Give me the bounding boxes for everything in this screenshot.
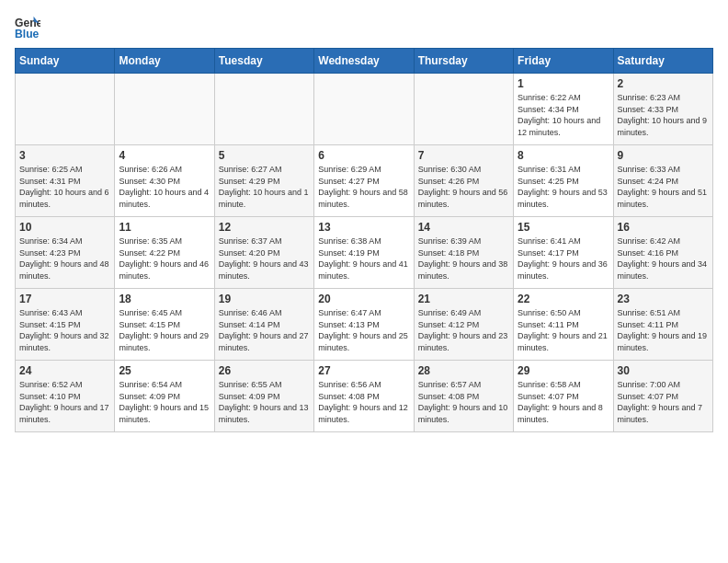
calendar-cell: 7Sunrise: 6:30 AM Sunset: 4:26 PM Daylig…: [414, 145, 513, 217]
week-row-1: 1Sunrise: 6:22 AM Sunset: 4:34 PM Daylig…: [16, 74, 713, 145]
calendar-cell: [16, 74, 115, 145]
day-number: 25: [119, 364, 210, 377]
calendar-cell: 30Sunrise: 7:00 AM Sunset: 4:07 PM Dayli…: [613, 361, 712, 432]
day-number: 7: [418, 149, 509, 162]
calendar-cell: [115, 74, 214, 145]
week-row-4: 17Sunrise: 6:43 AM Sunset: 4:15 PM Dayli…: [16, 289, 713, 361]
weekday-header-thursday: Thursday: [414, 49, 513, 74]
day-number: 18: [119, 293, 210, 305]
day-info: Sunrise: 6:33 AM Sunset: 4:24 PM Dayligh…: [618, 164, 709, 210]
day-number: 29: [518, 364, 609, 377]
day-number: 9: [618, 149, 709, 162]
calendar-cell: 22Sunrise: 6:50 AM Sunset: 4:11 PM Dayli…: [514, 289, 613, 361]
day-number: 13: [318, 221, 409, 234]
day-info: Sunrise: 6:30 AM Sunset: 4:26 PM Dayligh…: [418, 164, 509, 210]
calendar-table: SundayMondayTuesdayWednesdayThursdayFrid…: [15, 48, 713, 432]
calendar-cell: 8Sunrise: 6:31 AM Sunset: 4:25 PM Daylig…: [514, 145, 613, 217]
day-info: Sunrise: 6:29 AM Sunset: 4:27 PM Dayligh…: [318, 164, 409, 210]
calendar-cell: 6Sunrise: 6:29 AM Sunset: 4:27 PM Daylig…: [314, 145, 414, 217]
header: General Blue: [15, 15, 713, 40]
calendar-cell: 27Sunrise: 6:56 AM Sunset: 4:08 PM Dayli…: [314, 361, 414, 432]
calendar-cell: 18Sunrise: 6:45 AM Sunset: 4:15 PM Dayli…: [115, 289, 214, 361]
calendar-cell: [214, 74, 313, 145]
week-row-3: 10Sunrise: 6:34 AM Sunset: 4:23 PM Dayli…: [16, 217, 713, 289]
calendar-cell: 13Sunrise: 6:38 AM Sunset: 4:19 PM Dayli…: [314, 217, 414, 289]
day-number: 21: [418, 293, 509, 305]
day-number: 6: [318, 149, 409, 162]
day-info: Sunrise: 6:34 AM Sunset: 4:23 PM Dayligh…: [19, 236, 110, 282]
day-info: Sunrise: 6:49 AM Sunset: 4:12 PM Dayligh…: [418, 307, 509, 353]
day-info: Sunrise: 6:51 AM Sunset: 4:11 PM Dayligh…: [618, 307, 709, 353]
day-number: 20: [318, 293, 409, 305]
day-number: 30: [618, 364, 709, 377]
day-info: Sunrise: 6:52 AM Sunset: 4:10 PM Dayligh…: [19, 379, 110, 425]
calendar-cell: 5Sunrise: 6:27 AM Sunset: 4:29 PM Daylig…: [214, 145, 313, 217]
day-number: 3: [19, 149, 110, 162]
day-info: Sunrise: 6:38 AM Sunset: 4:19 PM Dayligh…: [318, 236, 409, 282]
calendar-cell: 26Sunrise: 6:55 AM Sunset: 4:09 PM Dayli…: [214, 361, 313, 432]
logo: General Blue: [15, 15, 46, 40]
day-info: Sunrise: 6:42 AM Sunset: 4:16 PM Dayligh…: [618, 236, 709, 282]
day-info: Sunrise: 7:00 AM Sunset: 4:07 PM Dayligh…: [618, 379, 709, 425]
calendar-cell: 24Sunrise: 6:52 AM Sunset: 4:10 PM Dayli…: [16, 361, 115, 432]
day-info: Sunrise: 6:54 AM Sunset: 4:09 PM Dayligh…: [119, 379, 210, 425]
day-number: 8: [518, 149, 609, 162]
day-number: 4: [119, 149, 210, 162]
calendar-cell: [314, 74, 414, 145]
weekday-header-saturday: Saturday: [613, 49, 712, 74]
calendar-cell: 21Sunrise: 6:49 AM Sunset: 4:12 PM Dayli…: [414, 289, 513, 361]
day-number: 14: [418, 221, 509, 234]
day-number: 23: [618, 293, 709, 305]
calendar-cell: 16Sunrise: 6:42 AM Sunset: 4:16 PM Dayli…: [613, 217, 712, 289]
day-info: Sunrise: 6:45 AM Sunset: 4:15 PM Dayligh…: [119, 307, 210, 353]
day-number: 11: [119, 221, 210, 234]
calendar-cell: [414, 74, 513, 145]
day-info: Sunrise: 6:56 AM Sunset: 4:08 PM Dayligh…: [318, 379, 409, 425]
day-info: Sunrise: 6:47 AM Sunset: 4:13 PM Dayligh…: [318, 307, 409, 353]
day-number: 16: [618, 221, 709, 234]
day-number: 12: [219, 221, 310, 234]
week-row-2: 3Sunrise: 6:25 AM Sunset: 4:31 PM Daylig…: [16, 145, 713, 217]
day-number: 22: [518, 293, 609, 305]
calendar-cell: 20Sunrise: 6:47 AM Sunset: 4:13 PM Dayli…: [314, 289, 414, 361]
calendar-cell: 14Sunrise: 6:39 AM Sunset: 4:18 PM Dayli…: [414, 217, 513, 289]
day-info: Sunrise: 6:27 AM Sunset: 4:29 PM Dayligh…: [219, 164, 310, 210]
day-info: Sunrise: 6:57 AM Sunset: 4:08 PM Dayligh…: [418, 379, 509, 425]
day-info: Sunrise: 6:35 AM Sunset: 4:22 PM Dayligh…: [119, 236, 210, 282]
day-number: 1: [518, 77, 609, 90]
day-info: Sunrise: 6:50 AM Sunset: 4:11 PM Dayligh…: [518, 307, 609, 353]
weekday-header-monday: Monday: [115, 49, 214, 74]
logo-icon: General Blue: [15, 15, 40, 40]
calendar-cell: 1Sunrise: 6:22 AM Sunset: 4:34 PM Daylig…: [514, 74, 613, 145]
day-number: 5: [219, 149, 310, 162]
day-number: 10: [19, 221, 110, 234]
weekday-header-wednesday: Wednesday: [314, 49, 414, 74]
calendar-cell: 23Sunrise: 6:51 AM Sunset: 4:11 PM Dayli…: [613, 289, 712, 361]
day-info: Sunrise: 6:23 AM Sunset: 4:33 PM Dayligh…: [618, 92, 709, 138]
day-info: Sunrise: 6:31 AM Sunset: 4:25 PM Dayligh…: [518, 164, 609, 210]
day-info: Sunrise: 6:39 AM Sunset: 4:18 PM Dayligh…: [418, 236, 509, 282]
svg-text:Blue: Blue: [15, 28, 40, 40]
weekday-header-sunday: Sunday: [16, 49, 115, 74]
day-number: 15: [518, 221, 609, 234]
day-info: Sunrise: 6:25 AM Sunset: 4:31 PM Dayligh…: [19, 164, 110, 210]
calendar-cell: 29Sunrise: 6:58 AM Sunset: 4:07 PM Dayli…: [514, 361, 613, 432]
day-info: Sunrise: 6:26 AM Sunset: 4:30 PM Dayligh…: [119, 164, 210, 210]
weekday-header-row: SundayMondayTuesdayWednesdayThursdayFrid…: [16, 49, 713, 74]
weekday-header-tuesday: Tuesday: [214, 49, 313, 74]
calendar-cell: 11Sunrise: 6:35 AM Sunset: 4:22 PM Dayli…: [115, 217, 214, 289]
day-info: Sunrise: 6:43 AM Sunset: 4:15 PM Dayligh…: [19, 307, 110, 353]
day-info: Sunrise: 6:58 AM Sunset: 4:07 PM Dayligh…: [518, 379, 609, 425]
calendar-cell: 9Sunrise: 6:33 AM Sunset: 4:24 PM Daylig…: [613, 145, 712, 217]
day-info: Sunrise: 6:22 AM Sunset: 4:34 PM Dayligh…: [518, 92, 609, 138]
day-number: 26: [219, 364, 310, 377]
calendar-cell: 25Sunrise: 6:54 AM Sunset: 4:09 PM Dayli…: [115, 361, 214, 432]
calendar-cell: 15Sunrise: 6:41 AM Sunset: 4:17 PM Dayli…: [514, 217, 613, 289]
day-info: Sunrise: 6:55 AM Sunset: 4:09 PM Dayligh…: [219, 379, 310, 425]
calendar-cell: 3Sunrise: 6:25 AM Sunset: 4:31 PM Daylig…: [16, 145, 115, 217]
day-info: Sunrise: 6:41 AM Sunset: 4:17 PM Dayligh…: [518, 236, 609, 282]
calendar-cell: 28Sunrise: 6:57 AM Sunset: 4:08 PM Dayli…: [414, 361, 513, 432]
calendar-cell: 4Sunrise: 6:26 AM Sunset: 4:30 PM Daylig…: [115, 145, 214, 217]
day-number: 19: [219, 293, 310, 305]
week-row-5: 24Sunrise: 6:52 AM Sunset: 4:10 PM Dayli…: [16, 361, 713, 432]
